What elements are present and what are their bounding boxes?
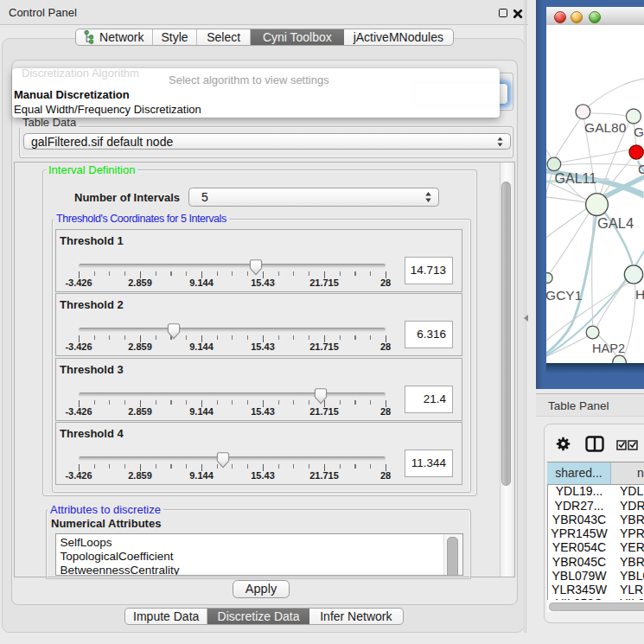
svg-text:HAP2: HAP2 [592, 341, 625, 355]
svg-text:H: H [635, 287, 643, 302]
svg-text:C: C [638, 162, 643, 176]
svg-text:GAL4: GAL4 [597, 215, 634, 231]
svg-text:GCY1: GCY1 [546, 288, 582, 303]
svg-text:GAL80: GAL80 [584, 120, 627, 135]
svg-text:GAL11: GAL11 [555, 171, 597, 186]
svg-text:GA: GA [634, 124, 643, 139]
